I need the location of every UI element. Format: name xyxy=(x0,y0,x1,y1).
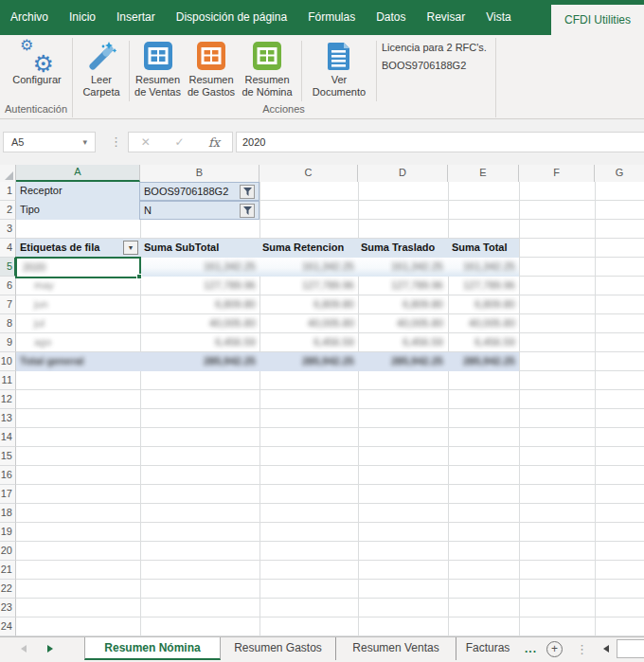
ribbon-tab[interactable]: Insertar xyxy=(106,0,166,35)
filter-icon[interactable] xyxy=(240,204,255,218)
pivot-grand-total-row[interactable]: Total general 285,942.25 285,942.25 285,… xyxy=(16,352,519,371)
name-box[interactable]: A5 ▾ xyxy=(3,132,96,152)
sheet-tab[interactable]: Resumen Gastos xyxy=(221,637,335,660)
ribbon-tab[interactable]: Revisar xyxy=(417,0,476,35)
sheet-tab-bar: Resumen Nómina Resumen GastosResumen Ven… xyxy=(0,636,644,662)
name-box-dropdown-icon[interactable]: ▾ xyxy=(82,133,87,152)
configurar-button[interactable]: ⚙⚙ Configurar xyxy=(4,38,70,104)
gears-icon: ⚙⚙ xyxy=(4,38,70,74)
row-header[interactable]: 10 xyxy=(0,352,16,371)
group-label-acciones: Acciones xyxy=(72,101,495,116)
row-header[interactable]: 23 xyxy=(0,599,16,617)
row-header[interactable]: 9 xyxy=(0,333,16,352)
formula-buttons: ✕ ✓ fx xyxy=(128,132,233,152)
separator-dots-icon: ⋮ xyxy=(576,642,588,656)
column-header-e[interactable]: E xyxy=(448,165,519,182)
row-header[interactable]: 2 xyxy=(0,201,16,220)
row-labels-dropdown-icon[interactable]: ▼ xyxy=(123,241,138,255)
row-header[interactable]: 24 xyxy=(0,617,16,636)
resumen-gastos-button[interactable]: Resumende Gastos xyxy=(185,38,238,104)
column-header-b[interactable]: B xyxy=(140,165,259,182)
row-header[interactable]: 21 xyxy=(0,561,16,580)
ribbon-tab[interactable]: Archivo xyxy=(0,0,59,35)
row-header[interactable]: 20 xyxy=(0,542,16,561)
pivot-row[interactable]: ago 6,456.59 6,456.59 6,456.59 6,456.59 xyxy=(16,333,519,352)
table-green-icon xyxy=(238,38,296,74)
ribbon-tab-cfdi-utilities[interactable]: CFDI Utilities xyxy=(551,5,644,35)
formula-bar: A5 ▾ ⋮ ✕ ✓ fx 2020 xyxy=(0,119,644,165)
table-orange-icon xyxy=(185,38,238,74)
row-header[interactable]: 6 xyxy=(0,277,16,295)
filter-icon[interactable] xyxy=(240,185,255,199)
license-info: Licencia para 2 RFC's. BOOS9706188G2 xyxy=(382,42,493,71)
pivot-header-row: Etiquetas de fila ▼ Suma SubTotal Suma R… xyxy=(16,239,519,258)
column-headers: A B C D E F G xyxy=(0,165,644,182)
pivot-row-labels-header[interactable]: Etiquetas de fila xyxy=(20,239,99,258)
magic-wand-icon xyxy=(76,38,127,74)
pivot-row[interactable]: may 127,789.96 127,789.96 127,789.96 127… xyxy=(16,277,519,295)
selected-cell-a5[interactable]: 2020 xyxy=(15,257,141,278)
column-header-g[interactable]: G xyxy=(595,165,644,182)
resumen-nomina-button[interactable]: Resumende Nómina xyxy=(238,38,296,104)
row-header[interactable]: 7 xyxy=(0,295,16,314)
cell-a1[interactable]: Receptor xyxy=(16,182,63,201)
sheet-nav-prev-icon[interactable] xyxy=(21,645,27,653)
group-label-autenticacion: Autenticación xyxy=(0,101,72,116)
row-header[interactable]: 17 xyxy=(0,485,16,504)
sheet-tab[interactable]: Resumen Ventas xyxy=(335,637,456,660)
pivot-header-traslado[interactable]: Suma Traslado xyxy=(361,239,435,258)
select-all-button[interactable] xyxy=(0,165,16,182)
ribbon-tab[interactable]: Inicio xyxy=(59,0,106,35)
horizontal-scrollbar[interactable] xyxy=(617,639,644,658)
sheet-tab[interactable]: Facturas xyxy=(456,637,519,660)
enter-icon[interactable]: ✓ xyxy=(174,135,184,149)
ribbon-tab[interactable]: Fórmulas xyxy=(297,0,366,35)
excel-window: ArchivoInicioInsertarDisposición de pági… xyxy=(0,0,644,662)
fill-handle[interactable] xyxy=(136,274,142,279)
row-header[interactable]: 5 xyxy=(0,258,16,277)
row-header[interactable]: 11 xyxy=(0,371,16,390)
column-header-a[interactable]: A xyxy=(16,165,140,182)
row-header[interactable]: 12 xyxy=(0,390,16,409)
row-header[interactable]: 14 xyxy=(0,428,16,447)
pivot-header-retencion[interactable]: Suma Retencion xyxy=(262,239,344,258)
row-header[interactable]: 15 xyxy=(0,447,16,466)
cell-b1[interactable]: BOOS9706188G2 xyxy=(139,182,259,201)
sheet-nav-next-icon[interactable] xyxy=(47,645,53,653)
sheet-tab-resumen-nomina[interactable]: Resumen Nómina xyxy=(84,637,221,660)
row-header[interactable]: 22 xyxy=(0,580,16,599)
pivot-header-total[interactable]: Suma Total xyxy=(452,239,507,258)
leer-carpeta-button[interactable]: LeerCarpeta xyxy=(76,38,127,104)
row-header[interactable]: 18 xyxy=(0,504,16,523)
pivot-header-subtotal[interactable]: Suma SubTotal xyxy=(144,239,219,258)
column-header-c[interactable]: C xyxy=(259,165,358,182)
row-header[interactable]: 13 xyxy=(0,409,16,428)
ribbon-tab[interactable]: Datos xyxy=(366,0,416,35)
ver-documento-button[interactable]: VerDocumento xyxy=(305,38,373,104)
resumen-ventas-button[interactable]: Resumende Ventas xyxy=(131,38,185,104)
separator-dots-icon: ⋮ xyxy=(110,134,122,149)
column-header-f[interactable]: F xyxy=(519,165,595,182)
cancel-icon[interactable]: ✕ xyxy=(141,135,151,149)
cell-a2[interactable]: Tipo xyxy=(16,201,40,220)
row-header[interactable]: 3 xyxy=(0,220,16,239)
insert-function-icon[interactable]: fx xyxy=(208,135,220,150)
formula-input[interactable]: 2020 xyxy=(236,132,644,152)
pivot-row[interactable]: jul 40,005.80 40,005.80 40,005.80 40,005… xyxy=(16,314,519,333)
ribbon-tab[interactable]: Disposición de página xyxy=(166,0,297,35)
column-header-d[interactable]: D xyxy=(358,165,448,182)
new-sheet-button[interactable]: + xyxy=(546,641,563,657)
row-header[interactable]: 1 xyxy=(0,182,16,201)
row-header[interactable]: 19 xyxy=(0,523,16,542)
document-icon xyxy=(305,38,373,74)
ribbon: ⚙⚙ Configurar LeerCarpeta xyxy=(0,35,644,119)
pivot-row[interactable]: jun 6,809.80 6,809.80 6,809.80 6,809.80 xyxy=(16,295,519,314)
more-sheets-button[interactable]: ... xyxy=(525,642,537,655)
table-blue-icon xyxy=(131,38,185,74)
row-header[interactable]: 4 xyxy=(0,239,16,258)
row-header[interactable]: 8 xyxy=(0,314,16,333)
row-header[interactable]: 16 xyxy=(0,466,16,485)
ribbon-tab[interactable]: Vista xyxy=(475,0,521,35)
hscroll-left-icon[interactable] xyxy=(603,645,609,653)
cell-b2[interactable]: N xyxy=(139,201,259,220)
